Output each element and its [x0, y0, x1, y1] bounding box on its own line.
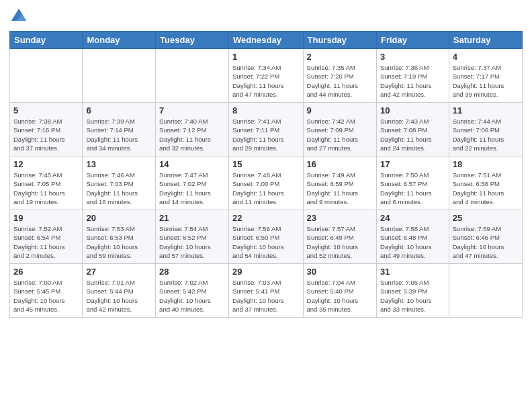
day-number: 28	[159, 267, 225, 277]
day-number: 13	[86, 159, 152, 169]
calendar-week-row: 26Sunrise: 7:00 AM Sunset: 5:45 PM Dayli…	[10, 264, 523, 318]
day-number: 1	[232, 52, 300, 62]
day-number: 25	[453, 213, 519, 223]
calendar-cell: 31Sunrise: 7:05 AM Sunset: 5:39 PM Dayli…	[376, 264, 449, 318]
day-info: Sunrise: 7:02 AM Sunset: 5:42 PM Dayligh…	[159, 278, 225, 314]
day-info: Sunrise: 7:35 AM Sunset: 7:20 PM Dayligh…	[307, 63, 373, 99]
calendar-cell	[156, 49, 229, 103]
calendar-cell: 30Sunrise: 7:04 AM Sunset: 5:40 PM Dayli…	[303, 264, 376, 318]
logo	[9, 7, 31, 26]
day-number: 19	[13, 213, 79, 223]
day-info: Sunrise: 7:37 AM Sunset: 7:17 PM Dayligh…	[453, 63, 519, 99]
day-number: 26	[13, 267, 79, 277]
header	[9, 7, 523, 26]
day-info: Sunrise: 7:01 AM Sunset: 5:44 PM Dayligh…	[86, 278, 152, 314]
calendar-cell: 21Sunrise: 7:54 AM Sunset: 6:52 PM Dayli…	[156, 210, 229, 264]
calendar-cell: 24Sunrise: 7:58 AM Sunset: 6:48 PM Dayli…	[376, 210, 449, 264]
day-number: 18	[453, 159, 519, 169]
calendar-header-row: Sunday Monday Tuesday Wednesday Thursday…	[10, 32, 523, 49]
calendar-week-row: 12Sunrise: 7:45 AM Sunset: 7:05 PM Dayli…	[10, 156, 523, 210]
calendar-cell: 13Sunrise: 7:46 AM Sunset: 7:03 PM Dayli…	[83, 156, 156, 210]
calendar-cell: 28Sunrise: 7:02 AM Sunset: 5:42 PM Dayli…	[156, 264, 229, 318]
calendar-cell: 14Sunrise: 7:47 AM Sunset: 7:02 PM Dayli…	[156, 156, 229, 210]
day-info: Sunrise: 7:52 AM Sunset: 6:54 PM Dayligh…	[13, 224, 79, 260]
day-number: 2	[307, 52, 373, 62]
day-info: Sunrise: 7:41 AM Sunset: 7:11 PM Dayligh…	[232, 117, 300, 152]
col-monday: Monday	[83, 32, 156, 49]
day-info: Sunrise: 7:04 AM Sunset: 5:40 PM Dayligh…	[307, 278, 373, 314]
calendar-cell: 11Sunrise: 7:44 AM Sunset: 7:06 PM Dayli…	[449, 103, 522, 156]
calendar-cell: 26Sunrise: 7:00 AM Sunset: 5:45 PM Dayli…	[10, 264, 83, 318]
calendar-cell: 29Sunrise: 7:03 AM Sunset: 5:41 PM Dayli…	[228, 264, 303, 318]
calendar-week-row: 19Sunrise: 7:52 AM Sunset: 6:54 PM Dayli…	[10, 210, 523, 264]
day-number: 20	[86, 213, 152, 223]
day-info: Sunrise: 7:03 AM Sunset: 5:41 PM Dayligh…	[232, 278, 300, 314]
col-thursday: Thursday	[303, 32, 376, 49]
day-number: 24	[380, 213, 445, 223]
calendar-table: Sunday Monday Tuesday Wednesday Thursday…	[9, 31, 523, 318]
calendar-cell: 18Sunrise: 7:51 AM Sunset: 6:56 PM Dayli…	[449, 156, 522, 210]
calendar-cell: 8Sunrise: 7:41 AM Sunset: 7:11 PM Daylig…	[228, 103, 303, 156]
day-info: Sunrise: 7:56 AM Sunset: 6:50 PM Dayligh…	[232, 224, 300, 260]
calendar-cell: 19Sunrise: 7:52 AM Sunset: 6:54 PM Dayli…	[10, 210, 83, 264]
calendar-cell: 20Sunrise: 7:53 AM Sunset: 6:53 PM Dayli…	[83, 210, 156, 264]
day-number: 7	[159, 105, 225, 116]
day-number: 23	[307, 213, 373, 223]
day-number: 21	[159, 213, 225, 223]
calendar-cell: 2Sunrise: 7:35 AM Sunset: 7:20 PM Daylig…	[303, 49, 376, 103]
day-info: Sunrise: 7:57 AM Sunset: 6:49 PM Dayligh…	[307, 224, 373, 260]
day-info: Sunrise: 7:40 AM Sunset: 7:12 PM Dayligh…	[159, 117, 225, 152]
day-info: Sunrise: 7:46 AM Sunset: 7:03 PM Dayligh…	[86, 171, 152, 206]
calendar-cell: 16Sunrise: 7:49 AM Sunset: 6:59 PM Dayli…	[303, 156, 376, 210]
day-number: 8	[232, 105, 300, 116]
day-number: 17	[380, 159, 445, 169]
day-number: 4	[453, 52, 519, 62]
day-info: Sunrise: 7:39 AM Sunset: 7:14 PM Dayligh…	[86, 117, 152, 152]
calendar-container: Sunday Monday Tuesday Wednesday Thursday…	[0, 0, 532, 411]
day-number: 30	[307, 267, 373, 277]
day-number: 15	[232, 159, 300, 169]
day-number: 12	[13, 159, 79, 169]
day-number: 27	[86, 267, 152, 277]
day-info: Sunrise: 7:48 AM Sunset: 7:00 PM Dayligh…	[232, 171, 300, 206]
calendar-cell: 3Sunrise: 7:36 AM Sunset: 7:19 PM Daylig…	[376, 49, 449, 103]
calendar-cell: 10Sunrise: 7:43 AM Sunset: 7:08 PM Dayli…	[376, 103, 449, 156]
day-number: 9	[307, 105, 373, 116]
calendar-cell: 4Sunrise: 7:37 AM Sunset: 7:17 PM Daylig…	[449, 49, 522, 103]
calendar-cell: 17Sunrise: 7:50 AM Sunset: 6:57 PM Dayli…	[376, 156, 449, 210]
day-info: Sunrise: 7:05 AM Sunset: 5:39 PM Dayligh…	[380, 278, 445, 314]
day-info: Sunrise: 7:54 AM Sunset: 6:52 PM Dayligh…	[159, 224, 225, 260]
day-info: Sunrise: 7:53 AM Sunset: 6:53 PM Dayligh…	[86, 224, 152, 260]
day-info: Sunrise: 7:47 AM Sunset: 7:02 PM Dayligh…	[159, 171, 225, 206]
col-saturday: Saturday	[449, 32, 522, 49]
day-info: Sunrise: 7:42 AM Sunset: 7:09 PM Dayligh…	[307, 117, 373, 152]
day-info: Sunrise: 7:49 AM Sunset: 6:59 PM Dayligh…	[307, 171, 373, 206]
calendar-cell: 5Sunrise: 7:38 AM Sunset: 7:16 PM Daylig…	[10, 103, 83, 156]
calendar-cell: 6Sunrise: 7:39 AM Sunset: 7:14 PM Daylig…	[83, 103, 156, 156]
col-wednesday: Wednesday	[228, 32, 303, 49]
day-info: Sunrise: 7:34 AM Sunset: 7:22 PM Dayligh…	[232, 63, 300, 99]
day-info: Sunrise: 7:44 AM Sunset: 7:06 PM Dayligh…	[453, 117, 519, 152]
day-number: 11	[453, 105, 519, 116]
day-number: 14	[159, 159, 225, 169]
day-number: 3	[380, 52, 445, 62]
calendar-cell: 27Sunrise: 7:01 AM Sunset: 5:44 PM Dayli…	[83, 264, 156, 318]
day-number: 16	[307, 159, 373, 169]
col-tuesday: Tuesday	[156, 32, 229, 49]
calendar-cell: 15Sunrise: 7:48 AM Sunset: 7:00 PM Dayli…	[228, 156, 303, 210]
day-number: 5	[13, 105, 79, 116]
calendar-cell	[449, 264, 522, 318]
day-info: Sunrise: 7:50 AM Sunset: 6:57 PM Dayligh…	[380, 171, 445, 206]
calendar-cell: 23Sunrise: 7:57 AM Sunset: 6:49 PM Dayli…	[303, 210, 376, 264]
day-info: Sunrise: 7:59 AM Sunset: 6:46 PM Dayligh…	[453, 224, 519, 260]
day-number: 10	[380, 105, 445, 116]
calendar-week-row: 1Sunrise: 7:34 AM Sunset: 7:22 PM Daylig…	[10, 49, 523, 103]
day-info: Sunrise: 7:58 AM Sunset: 6:48 PM Dayligh…	[380, 224, 445, 260]
day-number: 6	[86, 105, 152, 116]
day-info: Sunrise: 7:51 AM Sunset: 6:56 PM Dayligh…	[453, 171, 519, 206]
calendar-week-row: 5Sunrise: 7:38 AM Sunset: 7:16 PM Daylig…	[10, 103, 523, 156]
day-info: Sunrise: 7:38 AM Sunset: 7:16 PM Dayligh…	[13, 117, 79, 152]
col-friday: Friday	[376, 32, 449, 49]
calendar-cell: 12Sunrise: 7:45 AM Sunset: 7:05 PM Dayli…	[10, 156, 83, 210]
day-number: 31	[380, 267, 445, 277]
